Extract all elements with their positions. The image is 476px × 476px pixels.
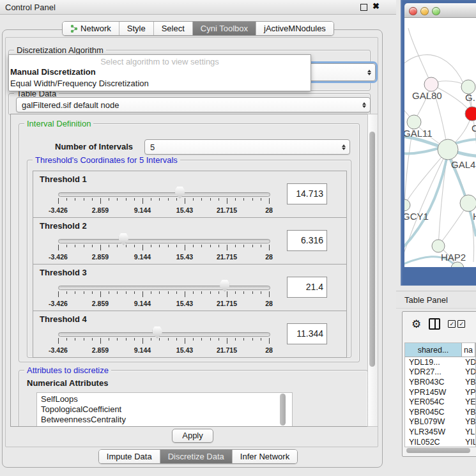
tick-label: 9.144	[134, 346, 151, 354]
float-window-icon[interactable]	[360, 4, 367, 11]
minor-tick	[134, 198, 135, 201]
minor-tick	[151, 338, 151, 341]
tick-label: 15.43	[176, 346, 193, 354]
checkbox-checked-icon[interactable]: ✓	[457, 320, 465, 328]
attribute-item[interactable]: SelfLoops	[41, 394, 292, 404]
table-row[interactable]: YBR043CYBR0	[405, 377, 475, 387]
slider-track[interactable]	[58, 332, 270, 337]
tick-label: 28	[265, 346, 273, 354]
slider-thumb[interactable]	[220, 280, 229, 292]
table-row[interactable]: YIL052CYIL0	[405, 437, 475, 447]
tab-select[interactable]: Select	[154, 22, 193, 35]
node-table[interactable]: shared...naYDL19...YDL1YDR27...YDR2YBR04…	[404, 342, 476, 447]
minor-tick	[235, 198, 236, 201]
minimize-traffic-icon[interactable]	[420, 7, 429, 15]
tab-network[interactable]: Network	[63, 22, 119, 35]
column-header-name[interactable]: na	[462, 343, 475, 357]
algorithm-dropdown-popup: Select algorithm to view settings Manual…	[8, 54, 311, 91]
attribute-item[interactable]: BetweennessCentrality	[41, 415, 292, 425]
bottom-tab-infer-network[interactable]: Infer Network	[233, 450, 297, 463]
network-node-label: H	[473, 211, 476, 222]
settings-vertical-scrollbar[interactable]	[367, 114, 378, 427]
apply-button[interactable]: Apply	[172, 429, 213, 443]
network-node-label: GCY1	[404, 211, 429, 222]
minor-tick	[159, 338, 160, 341]
algorithm-popup-hint: Select algorithm to view settings	[9, 57, 311, 66]
slider-track[interactable]	[58, 286, 270, 290]
tick-label: 21.715	[217, 300, 237, 307]
minor-tick	[92, 338, 93, 341]
slider-track[interactable]	[58, 192, 270, 197]
attributes-scrollbar[interactable]	[280, 394, 286, 426]
minor-tick	[261, 198, 261, 201]
table-row[interactable]: YDR27...YDR2	[405, 367, 475, 378]
table-panel-titlebar: Table Panel	[396, 291, 476, 309]
table-row[interactable]: YPR145WYPR1	[405, 387, 475, 397]
table-cell: YBL0	[461, 417, 475, 426]
top-tabstrip-wrap: NetworkStyleSelectCyni ToolboxjActiveMNo…	[0, 21, 396, 36]
gear-icon[interactable]: ⚙	[411, 319, 421, 330]
minor-tick	[252, 291, 253, 294]
threshold-2-box: Threshold 2-3.4262.8599.14415.4321.71528…	[33, 217, 347, 265]
number-of-intervals-combo[interactable]: 5	[144, 139, 350, 155]
minor-tick	[66, 291, 67, 294]
major-tick	[100, 291, 101, 297]
table-row[interactable]: YDL19...YDL1	[405, 357, 475, 367]
table-horizontal-scrollbar[interactable]	[406, 448, 470, 453]
slider-track[interactable]	[58, 239, 270, 243]
minor-tick	[243, 245, 244, 247]
threshold-value-field[interactable]: 21.4	[287, 277, 327, 298]
slider-thumb[interactable]	[175, 187, 185, 199]
slider-thumb[interactable]	[153, 326, 162, 339]
network-node-hap2[interactable]	[432, 240, 445, 252]
numerical-attributes-list[interactable]: SelfLoopsTopologicalCoefficientBetweenne…	[36, 392, 293, 427]
network-canvas[interactable]: GAL80G.CGAL11GAL4GCY1HHAP2	[404, 18, 476, 267]
close-icon[interactable]: ✖	[372, 1, 380, 11]
minor-tick	[151, 198, 151, 201]
column-header-shared-name[interactable]: shared...	[405, 343, 462, 357]
checkbox-checked-icon[interactable]: ✓	[448, 320, 456, 328]
network-node-gal4[interactable]	[438, 139, 458, 160]
tick-label: 9.144	[134, 206, 151, 214]
minor-tick	[201, 245, 202, 247]
zoom-traffic-icon[interactable]	[432, 7, 440, 15]
bottom-tab-discretize-data[interactable]: Discretize Data	[160, 450, 233, 463]
network-node-c[interactable]	[465, 107, 476, 121]
tick-label: 21.715	[217, 253, 237, 261]
close-traffic-icon[interactable]	[409, 7, 417, 15]
table-cell: YBR0	[461, 378, 475, 387]
threshold-value-field[interactable]: 6.316	[287, 230, 327, 251]
minor-tick	[235, 291, 236, 294]
major-tick	[185, 198, 185, 204]
network-node-gcy1[interactable]	[404, 199, 410, 211]
threshold-label: Threshold 1	[40, 174, 87, 184]
network-node-label: GAL11	[404, 128, 433, 139]
network-node-gal80[interactable]	[424, 77, 438, 91]
threshold-value-field[interactable]: 11.344	[287, 323, 327, 344]
thresholds-group-label: Threshold's Coordinates for 5 Intervals	[33, 155, 180, 165]
table-row[interactable]: YLR345WYLR3	[405, 427, 475, 437]
network-node-gal11[interactable]	[407, 115, 421, 129]
table-cell: YDR27...	[405, 367, 461, 376]
minor-tick	[66, 198, 67, 201]
table-row[interactable]: YER054CYER0	[405, 397, 475, 407]
table-data-combo[interactable]: galFiltered.sif default node	[16, 97, 371, 112]
settings-scrollbar-thumb[interactable]	[369, 132, 375, 367]
algorithm-option-manual[interactable]: Manual Discretization	[10, 67, 96, 77]
threshold-label: Threshold 3	[40, 268, 87, 277]
network-node-h[interactable]	[460, 195, 476, 211]
table-row[interactable]: YBL079WYBL0	[405, 417, 475, 427]
split-columns-icon[interactable]	[429, 318, 440, 330]
tab-label: jActiveMNodules	[264, 24, 326, 33]
tab-cyni-toolbox[interactable]: Cyni Toolbox	[193, 22, 256, 35]
bottom-tab-impute-data[interactable]: Impute Data	[99, 450, 160, 463]
slider-thumb[interactable]	[119, 233, 128, 245]
tab-style[interactable]: Style	[119, 22, 154, 35]
minor-tick	[210, 198, 211, 201]
threshold-label: Threshold 4	[40, 314, 87, 324]
attribute-item[interactable]: TopologicalCoefficient	[41, 404, 292, 415]
table-row[interactable]: YBR045CYBR0	[405, 407, 475, 417]
threshold-value-field[interactable]: 14.713	[287, 183, 327, 204]
algorithm-option-equal-width[interactable]: Equal Width/Frequency Discretization	[10, 79, 149, 88]
tab-jactivemnodules[interactable]: jActiveMNodules	[256, 22, 334, 35]
